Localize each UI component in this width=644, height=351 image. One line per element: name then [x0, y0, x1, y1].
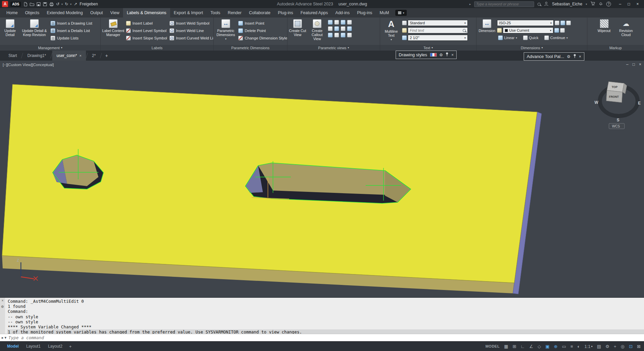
tab-featured-apps[interactable]: Featured Apps	[297, 8, 332, 18]
change-dimension-style-button[interactable]: Change Dimension Style	[238, 35, 287, 41]
ribbon-display-options-button[interactable]: ▾	[395, 10, 407, 16]
dimension-tool-icon[interactable]	[566, 21, 571, 25]
tab-render[interactable]: Render	[224, 8, 245, 18]
insert-level-symbol-button[interactable]: Insert Level Symbol	[125, 27, 168, 34]
insert-drawing-list-button[interactable]: Insert a Drawing List	[50, 20, 93, 26]
insert-point-button[interactable]: Insert Point	[238, 20, 287, 26]
close-button[interactable]: ×	[633, 2, 642, 6]
file-tab-drawing1[interactable]: Drawing1*	[23, 51, 50, 61]
command-close-icon[interactable]: ×	[2, 299, 4, 302]
update-lists-button[interactable]: Update Lists	[50, 35, 93, 41]
view-tool-icon[interactable]	[328, 20, 333, 25]
dimension-button[interactable]: ↔ Dimension	[478, 18, 496, 45]
dimension-tool-icon[interactable]	[554, 28, 559, 33]
viewcube-west-label[interactable]: W	[594, 100, 599, 105]
viewport-controls[interactable]: [−][Custom View][Conceptual]	[3, 63, 54, 67]
save-icon[interactable]	[36, 2, 41, 6]
wipeout-button[interactable]: Wipeout	[595, 18, 613, 45]
palette-close-icon[interactable]: ×	[451, 53, 454, 57]
find-text-box[interactable]	[408, 27, 468, 33]
view-tool-icon[interactable]	[334, 33, 339, 37]
tab-plugins-2[interactable]: Plug-ins	[353, 8, 376, 18]
redo-dropdown-icon[interactable]: ▾	[70, 3, 71, 6]
palette-pin-icon[interactable]	[446, 52, 449, 58]
delete-point-button[interactable]: Delete Point	[238, 27, 287, 34]
dimensions-panel-footer[interactable]: Dimensions ▾	[477, 45, 587, 51]
tab-output[interactable]: Output	[87, 8, 107, 18]
multiline-text-button[interactable]: A Multiline Text ▾	[381, 18, 401, 45]
text-style-select[interactable]: Standard ▾	[408, 20, 468, 26]
dimension-tool-icon[interactable]	[555, 21, 559, 25]
maximize-button[interactable]: □	[624, 2, 633, 6]
view-tool-icon[interactable]	[341, 20, 345, 25]
viewport-minimize-button[interactable]: –	[626, 62, 628, 67]
share-button[interactable]: Freigeben	[80, 2, 98, 6]
grid-icon[interactable]: ▦	[504, 344, 508, 349]
layout-tab-model[interactable]: Model	[3, 342, 23, 351]
workspace-gear-icon[interactable]: ⚙	[606, 344, 610, 349]
notification-bell-icon[interactable]	[599, 1, 603, 7]
create-callout-view-button[interactable]: Create Callout View	[307, 18, 327, 45]
view-tool-icon[interactable]	[328, 33, 333, 37]
viewcube-south-label[interactable]: S	[617, 118, 619, 122]
tab-mum[interactable]: MuM	[376, 8, 393, 18]
osnap-icon[interactable]: ▣	[545, 344, 549, 349]
clean-screen-icon[interactable]: ⊠	[637, 344, 641, 349]
viewport-restore-button[interactable]: □	[633, 62, 635, 67]
app-logo-icon[interactable]: A	[2, 1, 8, 7]
viewcube-east-label[interactable]: E	[638, 101, 641, 106]
open-folder-icon[interactable]	[30, 2, 34, 6]
3d-scene-canvas[interactable]: Z W E S TOP FRONT WCS	[0, 61, 644, 297]
drawing-styles-palette[interactable]: Drawing styles ⚙ ×	[396, 51, 457, 59]
insert-slope-symbol-button[interactable]: Insert Slope Symbol	[125, 35, 168, 41]
create-cut-view-button[interactable]: Create Cut View	[289, 18, 306, 45]
minimize-button[interactable]: –	[616, 2, 624, 6]
polar-tracking-icon[interactable]: ∠	[529, 344, 533, 349]
palette-close-icon[interactable]: ×	[579, 55, 581, 59]
view-tool-icon[interactable]	[328, 26, 333, 31]
annotation-icon[interactable]: ▤	[597, 344, 601, 349]
dimension-style-select[interactable]: ISO-25 ▾	[497, 20, 554, 26]
linear-dimension-button[interactable]: Linear ▾	[497, 35, 518, 41]
management-panel-footer[interactable]: Management ▾	[0, 45, 100, 51]
dimension-tool-icon[interactable]	[560, 28, 565, 33]
cart-icon[interactable]	[590, 1, 595, 7]
advance-tool-palette[interactable]: Advance Tool Pal... ⚙ ×	[524, 52, 584, 61]
find-search-icon[interactable]	[463, 29, 466, 32]
command-input[interactable]	[8, 335, 644, 340]
command-input-row[interactable]: ▸ ▾	[0, 334, 644, 341]
dimension-layer-select[interactable]: Use Current ▾	[503, 27, 553, 33]
new-layout-button[interactable]: +	[66, 344, 75, 349]
view-tool-icon[interactable]	[347, 26, 352, 31]
isodraft-icon[interactable]: ◇	[538, 344, 541, 349]
undo-icon[interactable]: ↺	[56, 2, 59, 6]
dimension-tool-icon[interactable]	[560, 21, 565, 25]
parametric-views-panel-footer[interactable]: Parametric views ▾	[287, 45, 380, 51]
annotation-monitor-icon[interactable]: +	[614, 344, 616, 349]
dynamic-input-icon[interactable]: ▭	[562, 344, 566, 349]
new-file-icon[interactable]	[23, 2, 28, 6]
palette-pin-icon[interactable]	[573, 54, 576, 59]
new-drawing-tab-button[interactable]: +	[102, 51, 111, 61]
layout-tab-layout1[interactable]: Layout1	[23, 342, 44, 351]
viewcube-front-label[interactable]: FRONT	[609, 95, 619, 98]
model-viewport[interactable]: Z W E S TOP FRONT WCS [−][Custom View][C…	[0, 61, 644, 297]
snap-icon[interactable]: ⊞	[513, 344, 516, 349]
tab-labels-dimensions[interactable]: Labels & Dimensions	[123, 8, 170, 18]
file-tab-close-icon[interactable]: ×	[79, 54, 81, 58]
parametric-dimensions-button[interactable]: ↔ Parametric Dimensions ▾	[215, 18, 237, 45]
view-tool-icon[interactable]	[334, 26, 339, 31]
view-tool-icon[interactable]	[347, 33, 352, 37]
keyword-search-box[interactable]	[474, 1, 534, 7]
revision-cloud-button[interactable]: ☁ Revision Cloud	[616, 18, 636, 45]
continue-dimension-button[interactable]: Continue ▾	[543, 35, 569, 41]
text-height-select[interactable]: 2 1/2" ▾	[408, 35, 468, 41]
view-tool-icon[interactable]	[347, 20, 352, 25]
user-avatar-icon[interactable]	[544, 1, 549, 7]
file-tab-start[interactable]: Start	[4, 51, 21, 61]
ads-menu-button[interactable]: ADS	[10, 2, 21, 7]
palette-settings-gear-icon[interactable]: ⚙	[439, 53, 443, 57]
view-tool-icon[interactable]	[341, 33, 345, 37]
help-icon[interactable]: ?	[606, 2, 611, 6]
save-as-icon[interactable]	[43, 2, 47, 6]
